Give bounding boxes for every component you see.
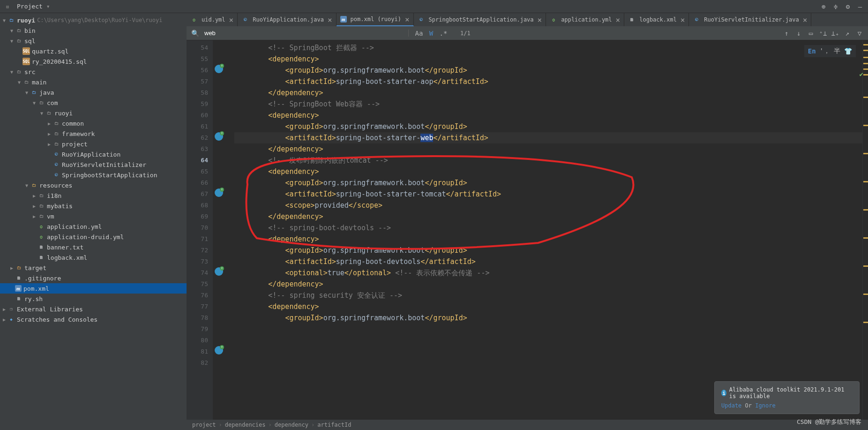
select-window-icon[interactable]: ▭ bbox=[806, 30, 816, 37]
watermark: CSDN @勤学多练写博客 bbox=[797, 418, 861, 426]
sql-icon: SQL bbox=[22, 47, 30, 55]
dir-icon: 🗀 bbox=[52, 140, 60, 148]
tree-item[interactable]: ▶🗀project bbox=[0, 139, 187, 149]
dir-icon: 🗀 bbox=[52, 130, 60, 137]
tree-item[interactable]: ©SpringbootStartApplication bbox=[0, 170, 187, 180]
prev-icon[interactable]: ↑ bbox=[782, 30, 791, 37]
line-gutter[interactable]: 5455565758596061626364656667686970717273… bbox=[187, 40, 213, 420]
tree-item[interactable]: 🗎logback.xml bbox=[0, 252, 187, 263]
breadcrumb-item[interactable]: dependency bbox=[275, 422, 308, 428]
run-mark-icon[interactable] bbox=[215, 346, 223, 355]
gutter-marks[interactable] bbox=[213, 40, 225, 420]
yml-icon: ≎ bbox=[550, 16, 557, 23]
tree-item[interactable]: ▶❒External Libraries bbox=[0, 304, 187, 314]
editor-tab[interactable]: mpom.xml (ruoyi)× bbox=[337, 13, 414, 26]
close-icon[interactable]: × bbox=[803, 15, 808, 24]
lib-icon: ❒ bbox=[7, 305, 15, 313]
tree-item[interactable]: 🗎banner.txt bbox=[0, 242, 187, 252]
project-label[interactable]: Project bbox=[17, 3, 43, 10]
java-icon: © bbox=[693, 16, 700, 23]
tree-item[interactable]: mpom.xml bbox=[0, 283, 187, 294]
run-mark-icon[interactable] bbox=[215, 132, 223, 141]
update-link[interactable]: Update bbox=[721, 402, 741, 409]
breadcrumb-item[interactable]: project bbox=[192, 422, 216, 428]
editor-tab[interactable]: ≎application.yml× bbox=[546, 13, 624, 26]
hide-icon[interactable]: — bbox=[856, 2, 864, 11]
dir-icon: 🗀 bbox=[52, 120, 60, 127]
tree-root[interactable]: ▼🗀ruoyi C:\Users\yang\Desktop\RuoYi-Vue\… bbox=[0, 15, 187, 25]
dir-icon: 🗀 bbox=[37, 202, 45, 210]
tree-item[interactable]: ▼🗀sql bbox=[0, 36, 187, 46]
regex-icon[interactable]: .* bbox=[439, 30, 448, 37]
breadcrumbs[interactable]: project›dependencies›dependency›artifact… bbox=[187, 420, 868, 430]
close-icon[interactable]: × bbox=[328, 15, 332, 24]
yml-icon: ≎ bbox=[37, 233, 45, 241]
editor-tab[interactable]: ©SpringbootStartApplication.java× bbox=[414, 13, 546, 26]
project-toolbar: ▤ Project ▾ ⊕ ≑ ⚙ — bbox=[0, 0, 868, 13]
dir-icon: 🗀 bbox=[45, 109, 52, 117]
tree-item[interactable]: ▼🗀java bbox=[0, 87, 187, 98]
tree-item[interactable]: ▼🗀main bbox=[0, 77, 187, 87]
project-tree[interactable]: ▼🗀ruoyi C:\Users\yang\Desktop\RuoYi-Vue\… bbox=[0, 13, 187, 430]
close-icon[interactable]: × bbox=[538, 15, 542, 24]
ignore-link[interactable]: Ignore bbox=[755, 402, 775, 409]
editor-tab[interactable]: ©RuoYiApplication.java× bbox=[238, 13, 336, 26]
filter-icon[interactable]: ▽ bbox=[855, 30, 864, 37]
code-content[interactable]: <!-- SpringBoot 拦截器 --> <dependency> <gr… bbox=[225, 40, 862, 420]
export-icon[interactable]: ↗ bbox=[843, 30, 852, 37]
editor-tab[interactable]: ©RuoYiServletInitializer.java× bbox=[689, 13, 811, 26]
tree-item[interactable]: ▼🗀com bbox=[0, 98, 187, 108]
editor-tab[interactable]: ≎uid.yml× bbox=[187, 13, 238, 26]
tree-item[interactable]: ▼🗀src bbox=[0, 67, 187, 77]
mod-icon: 🗀 bbox=[7, 16, 15, 24]
dir-exc-icon: 🗀 bbox=[15, 264, 22, 272]
close-icon[interactable]: × bbox=[405, 15, 410, 24]
case-icon[interactable]: Aa bbox=[414, 30, 424, 37]
close-icon[interactable]: × bbox=[681, 15, 685, 24]
next-icon[interactable]: ↓ bbox=[794, 30, 803, 37]
code-editor[interactable]: 5455565758596061626364656667686970717273… bbox=[187, 40, 868, 420]
tree-item[interactable]: ≎application-druid.yml bbox=[0, 232, 187, 242]
ime-indicator[interactable]: En '， 半 👕 bbox=[804, 45, 856, 57]
search-input[interactable] bbox=[202, 30, 409, 37]
target-icon[interactable]: ⊕ bbox=[819, 2, 828, 11]
select-all-icon[interactable]: ⟂₊ bbox=[831, 30, 840, 37]
tree-item[interactable]: SQLry_20200415.sql bbox=[0, 56, 187, 67]
file-icon: 🗎 bbox=[15, 274, 22, 282]
tree-item[interactable]: ©RuoYiServletInitializer bbox=[0, 159, 187, 170]
dir-icon: 🗀 bbox=[15, 68, 22, 75]
m-icon: m bbox=[340, 16, 347, 23]
search-icon[interactable]: 🔍 bbox=[190, 30, 200, 37]
breadcrumb-item[interactable]: artifactId bbox=[317, 422, 351, 428]
tree-item[interactable]: ▼🗀ruoyi bbox=[0, 108, 187, 118]
editor-tabs[interactable]: ≎uid.yml×©RuoYiApplication.java×mpom.xml… bbox=[187, 13, 868, 26]
tree-item[interactable]: ▶🗀common bbox=[0, 118, 187, 128]
tree-item[interactable]: 🗎ry.sh bbox=[0, 294, 187, 304]
run-mark-icon[interactable] bbox=[215, 189, 223, 197]
tree-item[interactable]: SQLquartz.sql bbox=[0, 46, 187, 56]
tree-item[interactable]: 🗎.gitignore bbox=[0, 273, 187, 283]
close-icon[interactable]: × bbox=[616, 15, 621, 24]
editor-tab[interactable]: 🗎logback.xml× bbox=[624, 13, 689, 26]
tree-item[interactable]: ▶🗀framework bbox=[0, 128, 187, 139]
java-icon: © bbox=[52, 151, 60, 158]
breadcrumb-item[interactable]: dependencies bbox=[225, 422, 266, 428]
tree-item[interactable]: ▼🗀bin bbox=[0, 25, 187, 36]
run-mark-icon[interactable] bbox=[215, 267, 223, 276]
run-mark-icon[interactable] bbox=[215, 65, 223, 73]
tree-item[interactable]: ≎application.yml bbox=[0, 221, 187, 232]
tree-item[interactable]: ▶🗀target bbox=[0, 263, 187, 273]
tree-item[interactable]: ▶🗀i18n bbox=[0, 190, 187, 201]
close-icon[interactable]: × bbox=[229, 15, 234, 24]
expand-icon[interactable]: ≑ bbox=[831, 2, 840, 11]
add-selection-icon[interactable]: ⁺⟂ bbox=[818, 30, 828, 37]
tree-item[interactable]: ▶◆Scratches and Consoles bbox=[0, 314, 187, 324]
overview-bar[interactable] bbox=[862, 40, 868, 420]
tree-item[interactable]: ▶🗀vm bbox=[0, 211, 187, 221]
tree-item[interactable]: ▼🗀resources bbox=[0, 180, 187, 190]
dir-res-icon: 🗀 bbox=[30, 181, 37, 189]
tree-item[interactable]: ©RuoYiApplication bbox=[0, 149, 187, 159]
tree-item[interactable]: ▶🗀mybatis bbox=[0, 201, 187, 211]
words-icon[interactable]: W bbox=[427, 30, 436, 37]
gear-icon[interactable]: ⚙ bbox=[844, 2, 852, 11]
